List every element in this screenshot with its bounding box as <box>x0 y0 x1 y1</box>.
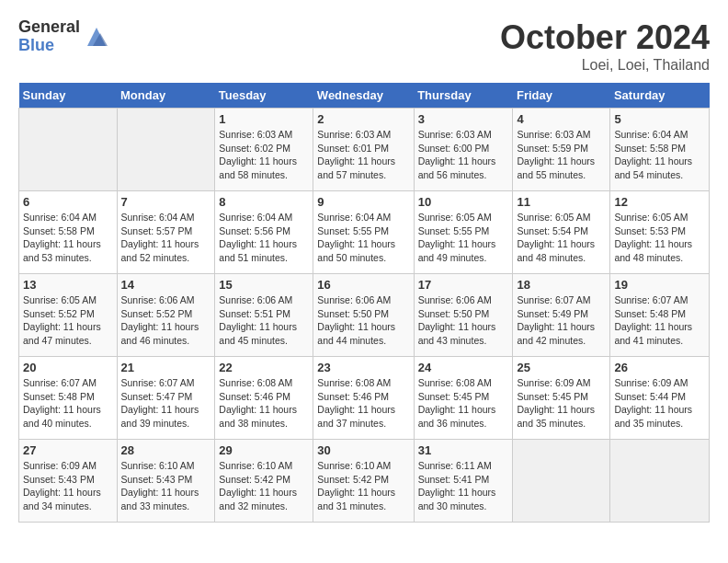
day-info: Sunrise: 6:09 AM Sunset: 5:43 PM Dayligh… <box>23 459 113 513</box>
weekday-header-friday: Friday <box>513 83 610 109</box>
day-info: Sunrise: 6:04 AM Sunset: 5:57 PM Dayligh… <box>121 211 211 265</box>
calendar-cell: 25Sunrise: 6:09 AM Sunset: 5:45 PM Dayli… <box>513 357 610 440</box>
day-info: Sunrise: 6:04 AM Sunset: 5:55 PM Dayligh… <box>317 211 409 265</box>
calendar-cell: 22Sunrise: 6:08 AM Sunset: 5:46 PM Dayli… <box>215 357 313 440</box>
calendar-cell: 6Sunrise: 6:04 AM Sunset: 5:58 PM Daylig… <box>19 191 118 274</box>
calendar-header: SundayMondayTuesdayWednesdayThursdayFrid… <box>19 83 710 109</box>
day-number: 29 <box>219 443 309 457</box>
day-info: Sunrise: 6:07 AM Sunset: 5:48 PM Dayligh… <box>614 293 705 348</box>
day-number: 19 <box>614 278 705 292</box>
calendar-cell: 20Sunrise: 6:07 AM Sunset: 5:48 PM Dayli… <box>19 357 118 440</box>
weekday-header-tuesday: Tuesday <box>215 83 313 109</box>
calendar-week-5: 27Sunrise: 6:09 AM Sunset: 5:43 PM Dayli… <box>19 440 710 523</box>
day-number: 26 <box>614 361 705 374</box>
calendar-cell: 11Sunrise: 6:05 AM Sunset: 5:54 PM Dayli… <box>513 191 610 274</box>
calendar-cell: 23Sunrise: 6:08 AM Sunset: 5:46 PM Dayli… <box>313 357 414 440</box>
day-info: Sunrise: 6:04 AM Sunset: 5:58 PM Dayligh… <box>23 211 113 265</box>
day-number: 16 <box>317 278 409 292</box>
day-number: 31 <box>418 443 509 457</box>
day-info: Sunrise: 6:10 AM Sunset: 5:42 PM Dayligh… <box>219 459 309 513</box>
day-number: 25 <box>517 361 606 374</box>
day-info: Sunrise: 6:10 AM Sunset: 5:43 PM Dayligh… <box>121 459 211 513</box>
day-info: Sunrise: 6:08 AM Sunset: 5:46 PM Dayligh… <box>317 376 409 431</box>
day-number: 28 <box>121 443 211 457</box>
calendar-week-1: 1Sunrise: 6:03 AM Sunset: 6:02 PM Daylig… <box>19 109 710 191</box>
weekday-header-sunday: Sunday <box>19 83 118 109</box>
day-number: 27 <box>23 443 113 457</box>
calendar-cell <box>19 109 118 191</box>
day-info: Sunrise: 6:06 AM Sunset: 5:50 PM Dayligh… <box>317 293 409 348</box>
calendar-cell <box>610 440 710 523</box>
day-info: Sunrise: 6:05 AM Sunset: 5:52 PM Dayligh… <box>23 293 113 348</box>
calendar-cell: 12Sunrise: 6:05 AM Sunset: 5:53 PM Dayli… <box>610 191 710 274</box>
calendar-cell: 10Sunrise: 6:05 AM Sunset: 5:55 PM Dayli… <box>414 191 513 274</box>
calendar-cell: 27Sunrise: 6:09 AM Sunset: 5:43 PM Dayli… <box>19 440 118 523</box>
day-info: Sunrise: 6:03 AM Sunset: 6:02 PM Dayligh… <box>219 128 309 182</box>
calendar-cell: 3Sunrise: 6:03 AM Sunset: 6:00 PM Daylig… <box>414 109 513 191</box>
calendar-cell: 28Sunrise: 6:10 AM Sunset: 5:43 PM Dayli… <box>117 440 215 523</box>
weekday-header-row: SundayMondayTuesdayWednesdayThursdayFrid… <box>19 83 710 109</box>
calendar-cell: 19Sunrise: 6:07 AM Sunset: 5:48 PM Dayli… <box>610 274 710 357</box>
location: Loei, Loei, Thailand <box>500 57 710 74</box>
calendar-cell: 15Sunrise: 6:06 AM Sunset: 5:51 PM Dayli… <box>215 274 313 357</box>
day-number: 4 <box>517 112 606 126</box>
day-number: 2 <box>317 112 409 126</box>
day-info: Sunrise: 6:04 AM Sunset: 5:58 PM Dayligh… <box>614 128 705 182</box>
calendar-cell: 24Sunrise: 6:08 AM Sunset: 5:45 PM Dayli… <box>414 357 513 440</box>
calendar-cell: 9Sunrise: 6:04 AM Sunset: 5:55 PM Daylig… <box>313 191 414 274</box>
day-number: 20 <box>23 361 113 374</box>
calendar-week-3: 13Sunrise: 6:05 AM Sunset: 5:52 PM Dayli… <box>19 274 710 357</box>
day-info: Sunrise: 6:03 AM Sunset: 5:59 PM Dayligh… <box>517 128 606 182</box>
day-info: Sunrise: 6:05 AM Sunset: 5:55 PM Dayligh… <box>418 211 509 265</box>
calendar-cell: 14Sunrise: 6:06 AM Sunset: 5:52 PM Dayli… <box>117 274 215 357</box>
calendar-cell: 31Sunrise: 6:11 AM Sunset: 5:41 PM Dayli… <box>414 440 513 523</box>
calendar-cell: 29Sunrise: 6:10 AM Sunset: 5:42 PM Dayli… <box>215 440 313 523</box>
weekday-header-wednesday: Wednesday <box>313 83 414 109</box>
day-number: 30 <box>317 443 409 457</box>
logo: General Blue <box>18 18 109 55</box>
day-number: 18 <box>517 278 606 292</box>
calendar-body: 1Sunrise: 6:03 AM Sunset: 6:02 PM Daylig… <box>19 109 710 523</box>
day-info: Sunrise: 6:08 AM Sunset: 5:46 PM Dayligh… <box>219 376 309 431</box>
day-number: 7 <box>121 195 211 209</box>
calendar-cell <box>117 109 215 191</box>
calendar-cell: 8Sunrise: 6:04 AM Sunset: 5:56 PM Daylig… <box>215 191 313 274</box>
day-info: Sunrise: 6:05 AM Sunset: 5:54 PM Dayligh… <box>517 211 606 265</box>
day-number: 6 <box>23 195 113 209</box>
day-number: 23 <box>317 361 409 374</box>
day-info: Sunrise: 6:09 AM Sunset: 5:44 PM Dayligh… <box>614 376 705 431</box>
calendar-cell: 2Sunrise: 6:03 AM Sunset: 6:01 PM Daylig… <box>313 109 414 191</box>
day-info: Sunrise: 6:06 AM Sunset: 5:51 PM Dayligh… <box>219 293 309 348</box>
day-info: Sunrise: 6:10 AM Sunset: 5:42 PM Dayligh… <box>317 459 409 513</box>
calendar-cell: 30Sunrise: 6:10 AM Sunset: 5:42 PM Dayli… <box>313 440 414 523</box>
calendar-cell <box>513 440 610 523</box>
day-info: Sunrise: 6:07 AM Sunset: 5:49 PM Dayligh… <box>517 293 606 348</box>
calendar-cell: 4Sunrise: 6:03 AM Sunset: 5:59 PM Daylig… <box>513 109 610 191</box>
day-info: Sunrise: 6:05 AM Sunset: 5:53 PM Dayligh… <box>614 211 705 265</box>
day-number: 5 <box>614 112 705 126</box>
weekday-header-saturday: Saturday <box>610 83 710 109</box>
logo-icon <box>84 24 109 50</box>
day-number: 1 <box>219 112 309 126</box>
calendar-cell: 17Sunrise: 6:06 AM Sunset: 5:50 PM Dayli… <box>414 274 513 357</box>
day-info: Sunrise: 6:11 AM Sunset: 5:41 PM Dayligh… <box>418 459 509 513</box>
calendar-cell: 1Sunrise: 6:03 AM Sunset: 6:02 PM Daylig… <box>215 109 313 191</box>
calendar-cell: 18Sunrise: 6:07 AM Sunset: 5:49 PM Dayli… <box>513 274 610 357</box>
calendar-week-4: 20Sunrise: 6:07 AM Sunset: 5:48 PM Dayli… <box>19 357 710 440</box>
title-block: October 2024 Loei, Loei, Thailand <box>500 18 710 74</box>
day-number: 24 <box>418 361 509 374</box>
month-title: October 2024 <box>500 18 710 57</box>
day-number: 9 <box>317 195 409 209</box>
page-header: General Blue October 2024 Loei, Loei, Th… <box>18 18 710 74</box>
logo-general: General <box>18 18 80 37</box>
day-number: 8 <box>219 195 309 209</box>
day-number: 13 <box>23 278 113 292</box>
calendar-table: SundayMondayTuesdayWednesdayThursdayFrid… <box>18 83 710 523</box>
day-number: 21 <box>121 361 211 374</box>
logo-text: General Blue <box>18 18 80 55</box>
day-info: Sunrise: 6:07 AM Sunset: 5:47 PM Dayligh… <box>121 376 211 431</box>
day-number: 12 <box>614 195 705 209</box>
weekday-header-thursday: Thursday <box>414 83 513 109</box>
weekday-header-monday: Monday <box>117 83 215 109</box>
day-info: Sunrise: 6:03 AM Sunset: 6:00 PM Dayligh… <box>418 128 509 182</box>
